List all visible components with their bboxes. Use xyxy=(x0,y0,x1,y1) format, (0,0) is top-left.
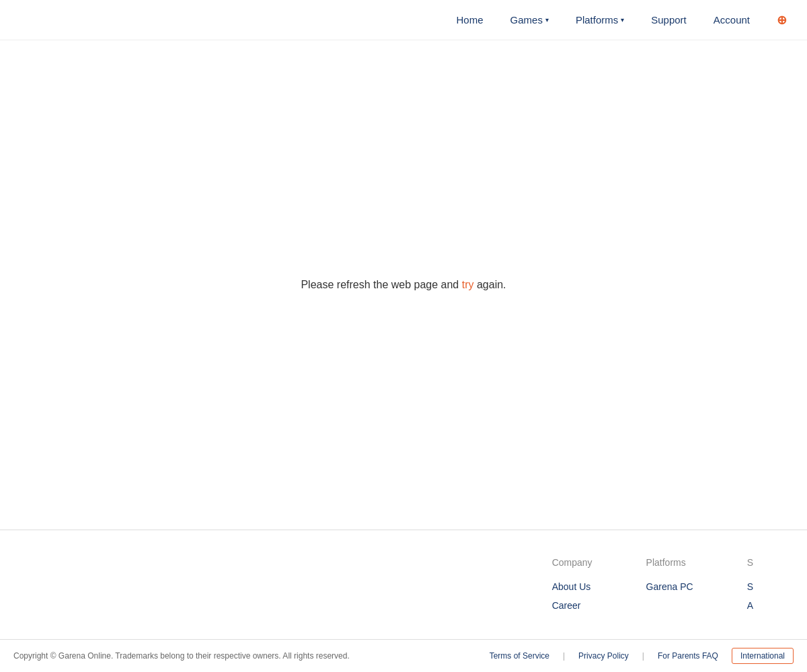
footer-col-platforms: Platforms Garena PC xyxy=(646,557,693,619)
footer-platforms-heading: Platforms xyxy=(646,557,693,568)
error-text-after: again. xyxy=(474,279,506,290)
nav-games-label: Games xyxy=(510,14,543,26)
separator-1: | xyxy=(563,651,565,661)
nav-item-platforms[interactable]: Platforms ▾ xyxy=(576,14,624,26)
footer-link-career[interactable]: Career xyxy=(552,600,592,611)
footer-social-heading: S xyxy=(747,557,753,568)
bottom-bar-right: Terms of Service | Privacy Policy | For … xyxy=(490,648,794,664)
footer-col-company: Company About Us Career xyxy=(552,557,592,619)
header: Home Games ▾ Platforms ▾ Support Account… xyxy=(0,0,807,40)
try-link[interactable]: try xyxy=(462,279,474,290)
footer-link-social-2[interactable]: A xyxy=(747,600,753,611)
error-message: Please refresh the web page and try agai… xyxy=(301,279,506,291)
platforms-dropdown-arrow: ▾ xyxy=(621,16,624,24)
footer-link-garena-pc[interactable]: Garena PC xyxy=(646,581,693,592)
footer-col-social: S S A xyxy=(747,557,753,619)
bottom-bar: Copyright © Garena Online. Trademarks be… xyxy=(0,639,807,672)
terms-of-service-link[interactable]: Terms of Service xyxy=(490,651,549,661)
privacy-policy-link[interactable]: Privacy Policy xyxy=(578,651,629,661)
nav-item-home[interactable]: Home xyxy=(457,14,484,26)
footer-link-about-us[interactable]: About Us xyxy=(552,581,592,592)
nav-item-account[interactable]: Account xyxy=(714,14,750,26)
parents-faq-link[interactable]: For Parents FAQ xyxy=(658,651,718,661)
nav-item-support[interactable]: Support xyxy=(651,14,687,26)
main-content: Please refresh the web page and try agai… xyxy=(0,40,807,530)
separator-2: | xyxy=(642,651,644,661)
main-nav: Home Games ▾ Platforms ▾ Support Account… xyxy=(457,13,794,28)
international-button[interactable]: International xyxy=(732,648,794,664)
error-text-before: Please refresh the web page and xyxy=(301,279,461,290)
footer-content: Company About Us Career Platforms Garena… xyxy=(0,530,807,639)
nav-platforms-label: Platforms xyxy=(576,14,618,26)
games-dropdown-arrow: ▾ xyxy=(545,16,549,24)
footer-company-heading: Company xyxy=(552,557,592,568)
nav-overflow-icon[interactable]: ⊕ xyxy=(777,13,787,28)
footer-link-social-1[interactable]: S xyxy=(747,581,753,592)
nav-item-games[interactable]: Games ▾ xyxy=(510,14,549,26)
copyright-text: Copyright © Garena Online. Trademarks be… xyxy=(13,651,350,661)
